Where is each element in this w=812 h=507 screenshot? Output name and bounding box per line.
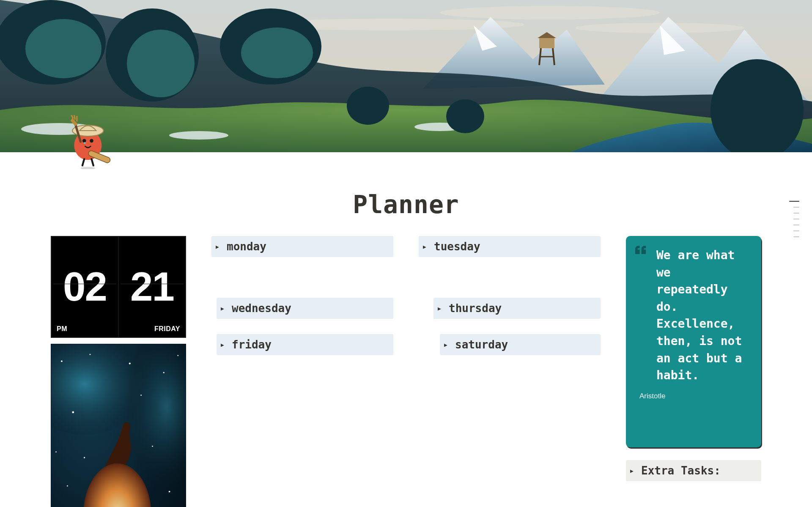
- page-icon[interactable]: [61, 114, 116, 169]
- outline-tick[interactable]: [793, 230, 799, 231]
- svg-point-40: [152, 446, 153, 447]
- toggle-tuesday[interactable]: ▶ tuesday: [419, 236, 601, 257]
- svg-point-23: [90, 139, 93, 143]
- toggle-extra-tasks[interactable]: ▶ Extra Tasks:: [626, 460, 761, 481]
- svg-point-1: [440, 6, 660, 19]
- left-column: 02 21 PM FRIDAY: [51, 236, 186, 507]
- chevron-right-icon: ▶: [630, 468, 635, 474]
- svg-point-46: [177, 355, 178, 356]
- toggle-label: Extra Tasks:: [641, 464, 721, 477]
- days-grid: ▶ monday ▶ tuesday ▶ wednesday ▶ thursda…: [211, 236, 601, 355]
- outline-tick[interactable]: [793, 219, 799, 219]
- outline-tick[interactable]: [793, 236, 799, 237]
- toggle-label: monday: [227, 240, 266, 253]
- clock-widget: 02 21 PM FRIDAY: [51, 236, 186, 338]
- svg-point-15: [241, 27, 313, 78]
- svg-point-37: [129, 362, 131, 364]
- svg-point-45: [55, 451, 57, 452]
- svg-rect-16: [539, 38, 554, 48]
- svg-point-41: [169, 491, 170, 492]
- toggle-label: tuesday: [434, 240, 480, 253]
- chevron-right-icon: ▶: [444, 342, 449, 348]
- svg-point-10: [347, 87, 389, 125]
- svg-point-29: [81, 167, 96, 169]
- svg-point-22: [82, 139, 86, 143]
- toggle-label: saturday: [455, 338, 508, 351]
- toggle-monday[interactable]: ▶ monday: [211, 236, 393, 257]
- quote-icon: [635, 245, 646, 256]
- toggle-saturday[interactable]: ▶ saturday: [440, 334, 601, 355]
- svg-line-27: [82, 159, 84, 165]
- right-column: We are what we repeatedly do. Excellence…: [626, 236, 761, 481]
- svg-point-44: [140, 395, 142, 396]
- outline-tick[interactable]: [793, 213, 799, 214]
- quote-text: We are what we repeatedly do. Excellence…: [656, 247, 749, 384]
- quote-author: Aristotle: [639, 392, 749, 400]
- nebula-image: [51, 344, 186, 507]
- cover-image: [0, 0, 812, 152]
- toggle-label: thursday: [449, 302, 502, 315]
- toggle-friday[interactable]: ▶ friday: [217, 334, 393, 355]
- toggle-wednesday[interactable]: ▶ wednesday: [217, 298, 393, 319]
- chevron-right-icon: ▶: [221, 305, 226, 312]
- clock-meridiem: PM: [57, 325, 67, 333]
- clock-hour-value: 02: [63, 263, 107, 310]
- svg-point-24: [84, 142, 85, 144]
- chevron-right-icon: ▶: [438, 305, 443, 312]
- svg-point-42: [67, 485, 68, 486]
- svg-point-43: [84, 457, 85, 458]
- svg-point-38: [163, 372, 165, 373]
- outline-tick[interactable]: [793, 207, 799, 208]
- svg-point-5: [169, 131, 228, 140]
- svg-point-13: [25, 19, 102, 78]
- page-title: Planner: [0, 190, 812, 219]
- clock-minute: 21: [118, 237, 185, 337]
- svg-point-14: [127, 30, 195, 97]
- clock-day: FRIDAY: [154, 325, 180, 333]
- quote-card: We are what we repeatedly do. Excellence…: [626, 236, 761, 447]
- toggle-label: wednesday: [232, 302, 291, 315]
- chevron-right-icon: ▶: [423, 244, 428, 250]
- page-outline[interactable]: [789, 201, 799, 237]
- svg-point-39: [72, 411, 74, 413]
- main-content-grid: 02 21 PM FRIDAY: [0, 236, 812, 507]
- toggle-thursday[interactable]: ▶ thursday: [433, 298, 601, 319]
- chevron-right-icon: ▶: [221, 342, 226, 348]
- clock-hour: 02: [52, 237, 118, 337]
- svg-point-11: [446, 99, 484, 133]
- chevron-right-icon: ▶: [216, 244, 221, 250]
- outline-tick[interactable]: [789, 201, 799, 202]
- toggle-label: friday: [232, 338, 272, 351]
- clock-minute-value: 21: [130, 263, 174, 310]
- svg-point-36: [90, 354, 91, 355]
- svg-point-35: [61, 360, 63, 362]
- svg-line-28: [92, 159, 93, 165]
- outline-tick[interactable]: [793, 225, 799, 225]
